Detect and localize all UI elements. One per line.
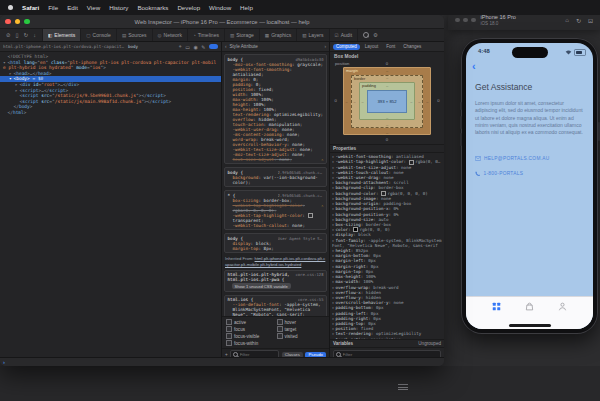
zoom-window-button[interactable] <box>24 19 30 25</box>
close-window-button[interactable] <box>5 19 11 25</box>
tab-graphics[interactable]: ▦Graphics <box>259 29 296 41</box>
search-icon[interactable] <box>363 32 369 38</box>
tab-person-icon[interactable] <box>558 302 567 311</box>
menu-item-help[interactable]: Help <box>240 4 253 11</box>
pseudo-checkbox-hover[interactable]: hover <box>277 319 326 325</box>
minimize-window-button[interactable] <box>15 19 21 25</box>
email-link[interactable]: HELP@PORTALS.COM.AU <box>475 156 550 161</box>
reload-icon[interactable]: ↻ <box>24 32 29 38</box>
styles-back-icon[interactable]: ‹ <box>225 44 227 49</box>
menu-item-window[interactable]: Window <box>209 4 231 11</box>
menu-item-view[interactable]: View <box>87 4 100 11</box>
wifi-icon <box>565 50 572 55</box>
audit-icon: ☑ <box>335 33 339 38</box>
rule-source-link[interactable]: User Agent Style Sheet <box>278 236 324 241</box>
details-sidebar-tabs: ComputedLayoutFontChanges <box>330 42 444 52</box>
css-declaration[interactable]: -webkit-tap-highlight-color: transparent… <box>228 213 324 223</box>
menu-item-history[interactable]: History <box>109 4 128 11</box>
styles-forward-icon[interactable]: › <box>324 44 326 49</box>
box-model-border[interactable]: border – – – – padding – – – <box>351 75 423 128</box>
tab-elements[interactable]: ◧Elements <box>42 29 80 41</box>
detail-tab-changes[interactable]: Changes <box>400 44 424 50</box>
show-unused-variables-button[interactable]: Show 1 unused CSS variable <box>232 283 291 289</box>
quick-console-bar[interactable]: › <box>0 357 444 366</box>
css-rule-selector[interactable]: html.plt-ios.plt-pwa { <box>228 277 290 282</box>
simulator-window-controls[interactable] <box>455 18 476 23</box>
tab-sources[interactable]: ▤Sources <box>116 29 152 41</box>
tab-network[interactable]: ◎Network <box>152 29 187 41</box>
page-title: Get Assistance <box>475 82 532 92</box>
back-button[interactable]: ‹ <box>472 61 476 72</box>
tab-storage[interactable]: ▥Storage <box>224 29 259 41</box>
window-controls[interactable] <box>5 19 30 25</box>
breadcrumb-path[interactable]: html.plt-iphone.plt-ios.plt-cordova.plt-… <box>3 44 125 49</box>
css-declaration[interactable]: -webkit-touch-callout: none; <box>228 223 324 228</box>
menu-item-edit[interactable]: Edit <box>67 4 78 11</box>
css-declaration[interactable]: margin-top: 8px; <box>228 246 324 251</box>
box-model-content[interactable]: 393 × 852 <box>367 90 407 113</box>
tab-timelines[interactable]: ◔Timelines <box>187 29 224 41</box>
css-declaration[interactable]: --ion-default-font: -apple-system, Blink… <box>228 302 324 316</box>
css-rule: html.ios {core.css:55--ion-default-font:… <box>224 295 327 316</box>
pseudo-checkbox-focus-within[interactable]: focus-within <box>226 340 275 346</box>
simulator-home-icon[interactable]: ⌂ <box>565 17 569 24</box>
device-icon[interactable]: ▯ <box>16 32 19 38</box>
tab-layers[interactable]: ▧Layers <box>296 29 328 41</box>
call-link[interactable]: 1-800-PORTALS <box>475 171 523 177</box>
edit-html-icon[interactable]: ✎ <box>201 44 205 50</box>
element-visibility-icon[interactable]: ◉ <box>193 44 197 50</box>
breadcrumb-node[interactable]: body <box>128 44 138 49</box>
menu-item-bookmarks[interactable]: Bookmarks <box>137 4 168 11</box>
menu-item-develop[interactable]: Develop <box>177 4 200 11</box>
simulator-screenshot-icon[interactable]: ⊡ <box>588 17 593 24</box>
dom-row[interactable]: ▾<html lang="en" class="plt-iphone plt-i… <box>0 60 221 71</box>
battery-icon <box>574 49 586 56</box>
home-indicator[interactable] <box>509 324 551 327</box>
mail-icon <box>475 156 481 161</box>
pseudo-checkbox-target[interactable]: target <box>277 326 326 332</box>
tab-console[interactable]: ▢Console <box>80 29 116 41</box>
filter-icon <box>336 352 341 357</box>
box-model-margin[interactable]: margin – – – – border – – – – <box>343 67 431 135</box>
pseudo-checkbox-visited[interactable]: visited <box>277 333 326 339</box>
css-declaration[interactable]: ⚠text-size-adjust: none; <box>228 157 324 162</box>
css-rule: * {2.9fb065d6.chunk.cssbox-sizing: borde… <box>224 190 327 230</box>
pseudo-checkbox-focus-visible[interactable]: focus-visible <box>226 333 275 339</box>
tab-bag-icon[interactable] <box>525 302 534 311</box>
pseudo-checkbox-active[interactable]: active <box>226 319 275 325</box>
box-model-padding[interactable]: padding – – – – 393 × 852 <box>359 82 415 120</box>
download-icon[interactable]: ↓ <box>33 32 36 38</box>
computed-property-row[interactable]: ▸font-family: -apple-system, BlinkMacSys… <box>332 238 442 248</box>
computed-filter-input[interactable] <box>343 352 439 357</box>
inspect-element-icon[interactable]: ⌖ <box>179 43 182 50</box>
css-declaration[interactable]: ⚠-webkit-tap-highlight-color: rgba(0, 0,… <box>228 203 324 213</box>
variables-group-select[interactable]: Ungrouped <box>418 341 441 346</box>
menu-item-file[interactable]: File <box>48 4 58 11</box>
elements-panel: html.plt-iphone.plt-ios.plt-cordova.plt-… <box>0 42 222 360</box>
detail-tab-computed[interactable]: Computed <box>333 44 360 50</box>
detail-tab-layout[interactable]: Layout <box>362 44 382 50</box>
inspector-titlebar: Web Inspector — iPhone 16 Pro — Ecommerc… <box>0 15 444 29</box>
tab-audit[interactable]: ☑Audit <box>329 29 358 41</box>
highlight-toggle[interactable] <box>209 44 218 49</box>
rule-source-link[interactable]: core.css:128 <box>295 272 323 282</box>
simulator-rotate-icon[interactable]: ↻ <box>576 17 581 24</box>
hamburger-menu-icon[interactable] <box>398 384 408 392</box>
print-styles-icon[interactable]: ▭ <box>185 44 190 50</box>
dom-row[interactable]: </html> <box>0 110 221 116</box>
detail-tab-font[interactable]: Font <box>383 44 398 50</box>
variables-section[interactable]: Variables Ungrouped <box>330 339 444 347</box>
tab-grid-icon[interactable] <box>492 302 501 311</box>
css-declaration[interactable]: background: var(--ion-background-color); <box>228 175 324 185</box>
gear-icon[interactable]: ⚙ <box>373 32 378 38</box>
web-inspector-window: Web Inspector — iPhone 16 Pro — Ecommerc… <box>0 15 444 366</box>
properties-header[interactable]: Properties <box>330 145 444 153</box>
menu-item-safari[interactable]: Safari <box>22 4 39 11</box>
color-swatch[interactable] <box>308 213 313 218</box>
activity-icon[interactable]: ⊘ <box>6 32 11 38</box>
simulator-device-name: iPhone 16 Pro <box>481 14 516 20</box>
css-declaration[interactable]: -webkit-font-smoothing: antialiased; <box>228 67 324 77</box>
computed-properties-list: ▸-webkit-font-smoothing: antialiased▸-we… <box>330 153 444 339</box>
pseudo-checkbox-focus[interactable]: focus <box>226 326 275 332</box>
apple-logo-icon[interactable] <box>8 5 13 10</box>
